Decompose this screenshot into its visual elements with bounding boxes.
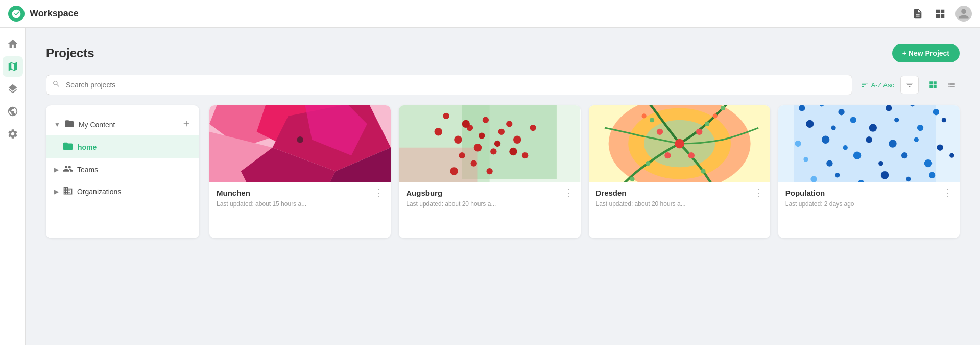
svg-point-44 <box>641 113 646 118</box>
munich-thumbnail <box>209 105 391 182</box>
svg-point-18 <box>498 129 505 135</box>
search-input[interactable] <box>46 75 852 95</box>
svg-point-63 <box>831 125 835 130</box>
orgs-expand-icon: ▶ <box>54 188 59 195</box>
svg-point-40 <box>656 129 662 135</box>
svg-point-84 <box>835 173 840 177</box>
sidebar-item-layers[interactable] <box>3 79 23 99</box>
project-card-dresden[interactable]: Dresden ⋮ Last updated: about 20 hours a… <box>589 105 770 238</box>
svg-point-29 <box>530 125 536 131</box>
svg-point-20 <box>459 152 465 158</box>
population-menu-button[interactable]: ⋮ <box>943 188 952 197</box>
dresden-menu-button[interactable]: ⋮ <box>754 188 763 197</box>
svg-point-27 <box>522 152 528 158</box>
population-thumbnail <box>778 105 960 182</box>
svg-point-68 <box>941 118 946 122</box>
sidebar-item-home[interactable] <box>3 34 23 54</box>
teams-expand-icon: ▶ <box>54 166 59 173</box>
logo-icon <box>11 9 21 19</box>
map-icon <box>7 61 18 72</box>
svg-point-57 <box>838 109 844 115</box>
svg-point-86 <box>881 171 889 179</box>
augsburg-card-body: Augsburg ⋮ Last updated: about 20 hours … <box>399 182 580 216</box>
svg-point-77 <box>826 160 832 166</box>
project-card-augsburg[interactable]: Augsburg ⋮ Last updated: about 20 hours … <box>399 105 580 238</box>
filter-button[interactable] <box>900 76 919 94</box>
document-icon[interactable] <box>911 7 925 21</box>
sidebar-item-settings[interactable] <box>3 124 23 144</box>
munich-updated: Last updated: about 15 hours a... <box>217 200 384 208</box>
projects-grid: Munchen ⋮ Last updated: about 15 hours a… <box>209 105 960 238</box>
svg-point-19 <box>474 144 482 151</box>
tree-item-my-content[interactable]: ▼ My Content <box>46 113 199 135</box>
layers-icon <box>7 83 18 95</box>
home-label: home <box>78 143 191 151</box>
svg-point-21 <box>490 148 496 154</box>
svg-point-31 <box>462 120 470 128</box>
grid-icon[interactable] <box>933 7 947 21</box>
settings-icon <box>7 128 18 140</box>
population-card-body: Population ⋮ Last updated: 2 days ago <box>778 182 960 216</box>
svg-point-25 <box>487 168 493 174</box>
svg-point-30 <box>479 132 485 139</box>
list-view-icon <box>947 80 956 89</box>
svg-rect-13 <box>399 148 477 182</box>
svg-point-45 <box>705 122 709 126</box>
project-card-munich[interactable]: Munchen ⋮ Last updated: about 15 hours a… <box>209 105 391 238</box>
dresden-card-body: Dresden ⋮ Last updated: about 20 hours a… <box>589 182 770 216</box>
tree-item-teams[interactable]: ▶ Teams <box>46 158 199 180</box>
population-updated: Last updated: 2 days ago <box>785 200 952 208</box>
sort-label: A-Z Asc <box>871 81 894 89</box>
munich-title-row: Munchen ⋮ <box>217 188 384 197</box>
expand-icon: ▼ <box>54 121 60 128</box>
svg-point-73 <box>889 140 896 147</box>
svg-point-47 <box>649 118 654 122</box>
svg-point-16 <box>454 136 462 144</box>
sidebar <box>0 28 26 345</box>
left-panel: ▼ My Content <box>46 105 199 238</box>
svg-point-14 <box>443 113 449 119</box>
sidebar-item-maps[interactable] <box>3 56 23 77</box>
svg-point-32 <box>494 141 500 147</box>
svg-point-49 <box>701 169 705 173</box>
svg-point-74 <box>914 137 918 142</box>
topbar-right <box>911 6 972 22</box>
svg-point-39 <box>696 129 702 135</box>
augsburg-updated: Last updated: about 20 hours a... <box>406 200 573 208</box>
munich-map <box>209 105 391 182</box>
search-controls: A-Z Asc <box>861 76 960 94</box>
grid-view-button[interactable] <box>925 77 941 93</box>
svg-point-61 <box>933 109 939 115</box>
svg-point-41 <box>688 152 694 158</box>
svg-point-79 <box>878 161 883 166</box>
organizations-icon <box>63 186 73 197</box>
folder-icon <box>64 119 75 130</box>
page-header: Projects + New Project <box>46 44 960 62</box>
new-project-button[interactable]: + New Project <box>892 44 960 62</box>
add-content-button[interactable] <box>182 119 191 130</box>
dresden-updated: Last updated: about 20 hours a... <box>596 200 763 208</box>
sort-button[interactable]: A-Z Asc <box>861 81 894 89</box>
page-title: Projects <box>46 46 94 60</box>
sidebar-item-globe[interactable] <box>3 101 23 122</box>
app-logo <box>8 6 25 22</box>
home-folder-icon <box>62 141 74 153</box>
augsburg-title: Augsburg <box>406 189 442 197</box>
svg-point-17 <box>483 117 489 123</box>
svg-point-87 <box>906 177 911 181</box>
svg-point-88 <box>929 172 935 178</box>
svg-point-64 <box>850 117 856 123</box>
tree-item-home[interactable]: home <box>46 135 199 158</box>
svg-point-38 <box>675 139 684 149</box>
svg-point-81 <box>924 159 931 167</box>
user-avatar[interactable] <box>955 6 972 22</box>
munich-menu-button[interactable]: ⋮ <box>374 188 384 197</box>
svg-point-62 <box>806 120 814 128</box>
svg-point-51 <box>646 161 650 166</box>
svg-point-66 <box>894 118 899 122</box>
list-view-button[interactable] <box>943 77 960 93</box>
svg-point-80 <box>901 152 907 158</box>
tree-item-organizations[interactable]: ▶ Organizations <box>46 180 199 202</box>
augsburg-menu-button[interactable]: ⋮ <box>564 188 573 197</box>
project-card-population[interactable]: Population ⋮ Last updated: 2 days ago <box>778 105 960 238</box>
